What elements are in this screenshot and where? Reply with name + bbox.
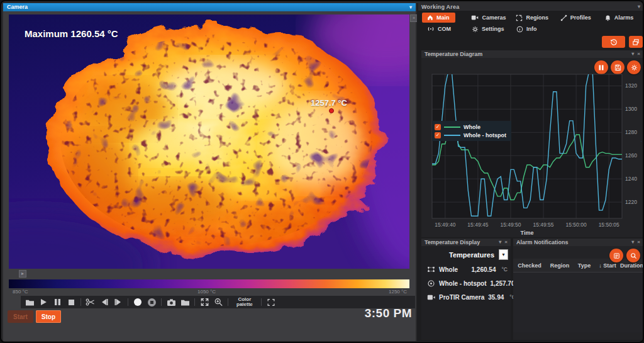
region-frame-icon[interactable]	[265, 296, 277, 308]
history-button[interactable]	[602, 36, 625, 48]
color-scale-gradient	[9, 279, 409, 288]
image-hscroll-button[interactable]: ▸	[19, 270, 26, 278]
diagram-close-icon[interactable]: ×	[637, 50, 640, 58]
toolbar-separator	[228, 298, 228, 306]
snapshot-camera-icon[interactable]	[165, 296, 177, 308]
toolbar-separator	[194, 298, 195, 306]
alarm-title: Alarm Notifications	[516, 239, 569, 246]
scale-max-label: 1250 °C	[389, 289, 407, 295]
step-forward-icon[interactable]	[112, 296, 125, 308]
diagram-title: Temperature Diagram	[425, 50, 482, 58]
max-temperature-overlay: Maximum 1260.54 °C	[25, 28, 118, 39]
legend-checkbox[interactable]: ✓	[435, 124, 441, 130]
tab-alarms[interactable]: Alarms	[599, 13, 643, 23]
chart-legend: ✓ Whole ✓ Whole - hotspot	[432, 121, 511, 141]
alarm-bell-icon	[604, 14, 611, 21]
play-icon[interactable]	[37, 296, 50, 308]
temperature-chart[interactable]: 12201240126012801300132015:49:4015:49:45…	[425, 72, 641, 237]
column-region[interactable]: Region	[546, 262, 574, 269]
column-type[interactable]: Type	[574, 262, 595, 269]
zoom-in-icon[interactable]	[212, 296, 225, 308]
working-area-collapse-icon[interactable]: ▾	[638, 3, 640, 11]
temperatures-dropdown[interactable]: Temperatures ▾	[421, 246, 511, 262]
start-button[interactable]: Start	[8, 310, 33, 323]
tab-info[interactable]: Info	[511, 24, 556, 34]
cut-scissors-icon[interactable]	[84, 296, 97, 308]
open-folder-icon[interactable]	[179, 296, 191, 308]
tab-com[interactable]: COM	[422, 24, 467, 34]
alarm-collapse-icon[interactable]: ▾	[631, 239, 634, 246]
column-checked[interactable]: Checked	[513, 262, 546, 269]
temperature-row-whole: Whole 1,260.54 °C	[421, 262, 511, 276]
tab-main[interactable]: Main	[422, 13, 455, 23]
svg-text:15:49:40: 15:49:40	[435, 222, 455, 228]
hotspot-temperature-overlay: 1257.7 °C	[311, 98, 347, 108]
svg-text:1280: 1280	[625, 129, 637, 135]
svg-text:15:50:05: 15:50:05	[599, 222, 619, 228]
working-area-tabs: Main Cameras Regions Profiles Alarms	[418, 12, 643, 35]
display-titlebar[interactable]: Temperature Display ▾ ×	[421, 239, 511, 246]
record-icon[interactable]	[131, 296, 144, 308]
temperature-value: 35.94	[488, 294, 504, 301]
alarm-close-icon[interactable]: ×	[637, 239, 640, 246]
tab-profiles[interactable]: Profiles	[555, 13, 599, 23]
svg-text:1240: 1240	[625, 176, 637, 182]
temperature-name: ProTIR Camera	[439, 294, 484, 301]
step-back-icon[interactable]	[98, 296, 111, 308]
display-close-icon[interactable]: ×	[504, 239, 508, 246]
legend-line-swatch	[444, 135, 460, 136]
cascade-windows-icon	[632, 38, 640, 46]
camera-dock: Camera ▾	[3, 3, 416, 341]
region-add-icon	[516, 14, 523, 21]
legend-checkbox[interactable]: ✓	[435, 132, 441, 138]
stop-button[interactable]: Stop	[36, 310, 61, 323]
temperature-unit: °C	[499, 266, 508, 273]
tab-regions[interactable]: Regions	[511, 13, 555, 23]
gear-icon	[631, 64, 638, 71]
cascade-windows-button[interactable]	[629, 36, 643, 48]
alarm-titlebar[interactable]: Alarm Notifications ▾ ×	[513, 239, 643, 246]
temperature-row-camera: ProTIR Camera 35.94 °C	[421, 290, 511, 304]
legend-item-hotspot[interactable]: ✓ Whole - hotspot	[435, 131, 506, 139]
tab-settings[interactable]: Settings	[467, 24, 511, 34]
toolbar-separator	[261, 298, 262, 306]
legend-item-whole[interactable]: ✓ Whole	[435, 123, 506, 131]
dropdown-value: Temperatures	[449, 251, 499, 259]
diagram-titlebar[interactable]: Temperature Diagram ▾ ×	[421, 50, 643, 58]
record-stop-icon[interactable]	[145, 296, 158, 308]
color-palette-button[interactable]: Colorpalette	[231, 296, 258, 308]
column-start[interactable]: ↓ Start	[595, 262, 620, 269]
display-collapse-icon[interactable]: ▾	[499, 239, 501, 246]
camera-panel-titlebar[interactable]: Camera ▾	[3, 3, 416, 11]
thermal-render	[9, 14, 409, 269]
diagram-collapse-icon[interactable]: ▾	[631, 50, 634, 58]
svg-text:15:49:45: 15:49:45	[467, 222, 488, 228]
tab-cameras[interactable]: Cameras	[466, 13, 511, 23]
svg-text:1220: 1220	[625, 199, 637, 205]
temperature-value: 1,260.54	[472, 266, 496, 273]
profile-line-icon	[560, 14, 567, 21]
pause-icon[interactable]	[51, 296, 64, 308]
clock-display: 3:50 PM	[286, 306, 412, 320]
fit-screen-icon[interactable]	[198, 296, 211, 308]
hotspot-marker-icon	[329, 108, 334, 113]
working-area-dock: Working Area ▾ Main Cameras Regions Prof…	[417, 3, 643, 341]
stop-icon[interactable]	[65, 296, 77, 308]
column-duration[interactable]: Duration	[620, 262, 643, 269]
temperature-diagram-panel: Temperature Diagram ▾ × 1220124012601280…	[421, 50, 643, 237]
dropdown-arrow-button[interactable]: ▾	[499, 249, 508, 260]
pause-icon	[599, 65, 604, 70]
open-folder-icon[interactable]	[23, 296, 36, 308]
alarm-search-button[interactable]	[626, 249, 640, 262]
thermal-image[interactable]: Maximum 1260.54 °C 1257.7 °C	[9, 14, 409, 269]
broadcast-icon	[427, 26, 435, 32]
alarm-table-body[interactable]	[513, 273, 643, 332]
camera-panel-collapse-icon[interactable]: ▾	[409, 3, 412, 11]
working-area-titlebar[interactable]: Working Area ▾	[418, 3, 643, 11]
camera-device-icon	[427, 294, 435, 301]
scale-min-label: 850 °C	[13, 289, 28, 295]
alarm-notifications-panel: Alarm Notifications ▾ × Checked Region T…	[513, 239, 643, 340]
acknowledge-list-button[interactable]	[609, 249, 623, 262]
search-icon	[630, 252, 637, 259]
home-icon	[427, 14, 433, 21]
